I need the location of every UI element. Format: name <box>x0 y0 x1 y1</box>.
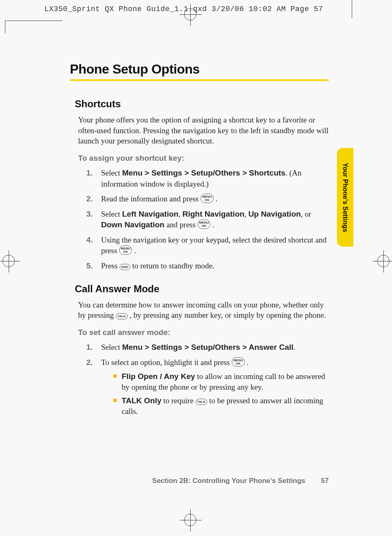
page-content: Phone Setup Options Shortcuts Your phone… <box>70 62 329 424</box>
step-number: 4. <box>86 235 101 246</box>
t: OK <box>121 250 131 254</box>
step-2: 2. To select an option, highlight it and… <box>86 357 329 420</box>
t: Up Navigation <box>248 210 301 218</box>
call-answer-lead: To set call answer mode: <box>78 328 329 337</box>
t: . <box>210 220 214 229</box>
option-flip-open: Flip Open / Any Key to allow an incoming… <box>113 371 329 392</box>
t: , by pressing any number key, or simply … <box>128 311 326 319</box>
t: OK <box>202 199 212 202</box>
t: Press <box>101 261 120 270</box>
step-4: 4. Using the navigation key or your keyp… <box>86 235 329 256</box>
t: OK <box>233 362 243 365</box>
step-number: 1. <box>86 168 101 179</box>
t: , <box>244 210 249 218</box>
t: . <box>245 358 249 367</box>
step-number: 3. <box>86 209 101 220</box>
registration-mark-bottom <box>184 514 196 526</box>
t: . <box>132 246 136 255</box>
menu-ok-key-icon: MENUOK <box>119 245 132 255</box>
step-text: Using the navigation key or your keypad,… <box>101 235 329 256</box>
step-text: Select Menu > Settings > Setup/Others > … <box>101 342 329 353</box>
step-2: 2. Read the information and press MENUOK… <box>86 194 329 205</box>
side-tab-label: Your Phone’s Settings <box>341 163 349 232</box>
t: To select an option, highlight it and pr… <box>101 358 232 367</box>
t: and press <box>164 220 198 229</box>
t: . <box>293 343 295 351</box>
page-footer: Section 2B: Controlling Your Phone’s Set… <box>70 477 329 485</box>
menu-ok-key-icon: MENUOK <box>232 357 245 367</box>
registration-mark-right <box>377 255 390 267</box>
call-answer-steps: 1. Select Menu > Settings > Setup/Others… <box>86 342 329 420</box>
step-number: 5. <box>86 261 101 272</box>
step-text: To select an option, highlight it and pr… <box>101 357 329 420</box>
registration-mark-top <box>184 8 196 21</box>
option-text: TALK Only to require TALK to be pressed … <box>122 395 329 416</box>
shortcuts-lead: To assign your shortcut key: <box>78 154 329 163</box>
t: Flip Open / Any Key <box>122 372 195 381</box>
call-answer-intro: You can determine how to answer incoming… <box>78 300 329 321</box>
t: Down Navigation <box>101 220 164 229</box>
t: to require <box>161 396 196 405</box>
step-number: 2. <box>86 357 101 368</box>
t: Left Navigation <box>122 210 178 218</box>
t: Select <box>101 343 122 351</box>
option-talk-only: TALK Only to require TALK to be pressed … <box>113 395 329 416</box>
bullet-icon <box>113 374 117 378</box>
t: to return to standby mode. <box>130 261 214 270</box>
step-text: Press END to return to standby mode. <box>101 261 329 272</box>
sub-options: Flip Open / Any Key to allow an incoming… <box>113 371 329 417</box>
footer-section: Section 2B: Controlling Your Phone’s Set… <box>152 477 305 485</box>
footer-page-number: 57 <box>321 477 329 485</box>
t: OK <box>199 224 209 228</box>
step-text: Select Left Navigation, Right Navigation… <box>101 209 329 231</box>
option-text: Flip Open / Any Key to allow an incoming… <box>122 371 329 392</box>
t: TALK Only <box>122 396 161 405</box>
crop-tick-right <box>352 0 352 18</box>
step-number: 1. <box>86 342 101 353</box>
side-tab: Your Phone’s Settings <box>337 148 353 247</box>
step-5: 5. Press END to return to standby mode. <box>86 261 329 272</box>
step-number: 2. <box>86 194 101 205</box>
crop-mark-corner <box>5 21 62 34</box>
bullet-icon <box>113 399 117 402</box>
page-title: Phone Setup Options <box>70 62 329 81</box>
t: Select <box>101 210 122 218</box>
t: Select <box>101 169 122 177</box>
t: Menu > Settings > Setup/Others > Answer … <box>122 343 293 351</box>
t: Read the information and press <box>101 194 201 203</box>
heading-shortcuts: Shortcuts <box>75 98 329 110</box>
end-key-icon: END <box>120 264 130 270</box>
step-1: 1. Select Menu > Settings > Setup/Others… <box>86 168 329 189</box>
t: Menu > Settings > Setup/Others > Shortcu… <box>122 169 286 177</box>
menu-ok-key-icon: MENUOK <box>201 194 214 203</box>
shortcuts-intro: Your phone offers you the option of assi… <box>78 115 329 146</box>
heading-call-answer: Call Answer Mode <box>75 283 329 295</box>
t: , <box>178 210 182 218</box>
talk-key-icon: TALK <box>116 313 128 319</box>
talk-key-icon: TALK <box>196 399 208 405</box>
print-slug: LX350_Sprint QX Phone Guide_1.1.qxd 3/20… <box>44 5 323 13</box>
step-1: 1. Select Menu > Settings > Setup/Others… <box>86 342 329 353</box>
t: , or <box>301 210 311 218</box>
shortcuts-steps: 1. Select Menu > Settings > Setup/Others… <box>86 168 329 272</box>
step-3: 3. Select Left Navigation, Right Navigat… <box>86 209 329 231</box>
registration-mark-left <box>2 255 15 267</box>
menu-ok-key-icon: MENUOK <box>198 219 211 229</box>
t: . <box>214 194 218 203</box>
t: Right Navigation <box>182 210 244 218</box>
step-text: Select Menu > Settings > Setup/Others > … <box>101 168 329 189</box>
step-text: Read the information and press MENUOK . <box>101 194 329 205</box>
